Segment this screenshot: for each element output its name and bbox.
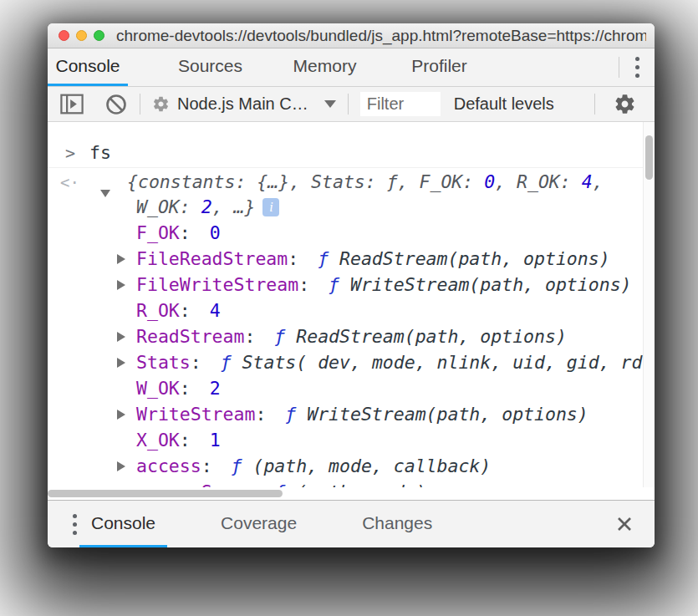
chrome-devtools-window: chrome-devtools://devtools/bundled/js_ap… xyxy=(48,23,655,547)
vertical-scrollbar[interactable] xyxy=(643,122,655,487)
gear-icon xyxy=(152,95,170,113)
settings-button[interactable] xyxy=(614,93,636,115)
property-name: F_OK xyxy=(136,222,180,243)
dropdown-caret-icon xyxy=(324,100,336,108)
close-icon[interactable] xyxy=(59,30,69,41)
expand-triangle-icon[interactable] xyxy=(117,358,125,368)
object-property-row[interactable]: FileWriteStream: ƒ WriteStream(path, opt… xyxy=(48,272,643,298)
output-marker-icon: <· xyxy=(60,170,79,195)
info-icon[interactable]: i xyxy=(262,198,279,216)
show-sidebar-button[interactable] xyxy=(59,93,84,115)
drawer-tab-coverage[interactable]: Coverage xyxy=(209,501,308,547)
function-signature: (path, mode, callback) xyxy=(252,456,491,476)
divider xyxy=(140,94,140,115)
object-property-row: F_OK: 0 xyxy=(48,220,643,246)
property-name: FileReadStream xyxy=(136,248,288,269)
function-symbol: ƒ xyxy=(274,481,285,487)
object-property-row[interactable]: WriteStream: ƒ WriteStream(path, options… xyxy=(48,401,643,427)
minimize-icon[interactable] xyxy=(76,30,87,41)
more-options-icon[interactable] xyxy=(619,48,655,86)
tab-profiler[interactable]: Profiler xyxy=(382,48,497,86)
object-property-row[interactable]: Stats: ƒ Stats( dev, mode, nlink, uid, g… xyxy=(48,349,643,375)
console-input-row[interactable]: > fs xyxy=(48,139,643,168)
expand-triangle-icon[interactable] xyxy=(117,332,125,342)
console-result: <· {constants: {…}, Stats: ƒ, F_OK: 0, R… xyxy=(48,168,643,487)
execution-context-selector[interactable]: Node.js Main C… xyxy=(152,94,336,114)
close-drawer-button[interactable] xyxy=(606,501,643,547)
object-property-row[interactable]: accessSync: ƒ (path, mode) xyxy=(48,479,643,487)
function-signature: ReadStream(path, options) xyxy=(296,326,567,347)
divider xyxy=(594,94,595,115)
function-signature: ReadStream(path, options) xyxy=(339,248,610,269)
traffic-lights xyxy=(59,30,104,41)
main-tabbar: Console Sources Memory Profiler xyxy=(48,48,655,87)
property-value: 2 xyxy=(210,378,221,399)
property-name: W_OK xyxy=(136,378,180,399)
context-label: Node.js Main C… xyxy=(177,94,308,114)
object-property-row[interactable]: ReadStream: ƒ ReadStream(path, options) xyxy=(48,323,643,349)
function-symbol: ƒ xyxy=(232,456,242,476)
tab-memory[interactable]: Memory xyxy=(267,48,382,86)
window-title: chrome-devtools://devtools/bundled/js_ap… xyxy=(116,27,646,45)
console-input-text: fs xyxy=(89,142,111,163)
settings-gear-icon xyxy=(614,93,636,115)
property-name: WriteStream xyxy=(136,404,255,425)
object-property-row: W_OK: 2 xyxy=(48,375,643,401)
object-property-row[interactable]: access: ƒ (path, mode, callback) xyxy=(48,453,643,479)
drawer-tab-changes[interactable]: Changes xyxy=(350,501,444,547)
zoom-icon[interactable] xyxy=(94,30,104,41)
function-signature: WriteStream(path, options) xyxy=(307,404,588,425)
log-level-selector[interactable]: Default levels xyxy=(454,94,559,114)
object-children: F_OK: 0 FileReadStream: ƒ ReadStream(pat… xyxy=(48,220,643,487)
drawer: Console Coverage Changes xyxy=(48,500,655,547)
close-icon xyxy=(616,516,633,532)
horizontal-scrollbar-thumb[interactable] xyxy=(48,490,283,497)
expand-triangle-icon[interactable] xyxy=(117,461,125,471)
function-symbol: ƒ xyxy=(274,326,285,347)
property-name: ReadStream xyxy=(136,326,244,347)
property-name: FileWriteStream xyxy=(136,274,298,295)
property-name: access xyxy=(136,456,201,476)
property-name: X_OK xyxy=(136,430,180,451)
expand-triangle-icon[interactable] xyxy=(117,280,125,290)
object-preview-line-2: W_OK: 2, …}i xyxy=(48,195,643,220)
property-value: 0 xyxy=(210,222,221,243)
horizontal-scrollbar[interactable] xyxy=(48,487,655,500)
expand-triangle-icon[interactable] xyxy=(117,410,125,420)
show-sidebar-icon xyxy=(59,93,84,115)
object-property-row[interactable]: FileReadStream: ƒ ReadStream(path, optio… xyxy=(48,246,643,272)
clear-console-icon xyxy=(104,93,128,116)
drawer-tab-console[interactable]: Console xyxy=(79,501,167,547)
more-options-icon[interactable] xyxy=(72,501,77,547)
property-value: 4 xyxy=(210,300,221,321)
function-symbol: ƒ xyxy=(285,404,296,425)
expand-triangle-icon[interactable] xyxy=(117,254,125,264)
property-name: accessSync xyxy=(136,481,244,487)
console-messages: > fs <· {constants: {…}, Stats: ƒ, F_OK:… xyxy=(48,122,643,487)
tab-sources[interactable]: Sources xyxy=(153,48,267,86)
function-signature: (path, mode) xyxy=(296,481,425,487)
function-symbol: ƒ xyxy=(221,352,232,373)
divider xyxy=(348,94,349,115)
property-value: 1 xyxy=(210,430,221,451)
tab-console[interactable]: Console xyxy=(48,48,128,86)
object-preview-line-1: <· {constants: {…}, Stats: ƒ, F_OK: 0, R… xyxy=(48,170,643,195)
object-property-row: X_OK: 1 xyxy=(48,427,643,453)
function-signature: Stats( dev, mode, nlink, uid, gid, rdev,… xyxy=(242,352,643,373)
console-toolbar: Node.js Main C… Default levels xyxy=(48,87,655,122)
clear-console-button[interactable] xyxy=(104,93,128,116)
function-signature: WriteStream(path, options) xyxy=(350,274,632,295)
filter-input[interactable] xyxy=(360,92,441,116)
console-area: > fs <· {constants: {…}, Stats: ƒ, F_OK:… xyxy=(48,122,655,500)
property-name: Stats xyxy=(136,352,191,373)
property-name: R_OK xyxy=(136,300,180,321)
titlebar: chrome-devtools://devtools/bundled/js_ap… xyxy=(48,23,655,48)
prompt-chevron-icon: > xyxy=(65,139,75,167)
function-symbol: ƒ xyxy=(318,248,329,269)
object-property-row: R_OK: 4 xyxy=(48,298,643,323)
vertical-scrollbar-thumb[interactable] xyxy=(645,135,653,180)
function-symbol: ƒ xyxy=(329,274,339,295)
